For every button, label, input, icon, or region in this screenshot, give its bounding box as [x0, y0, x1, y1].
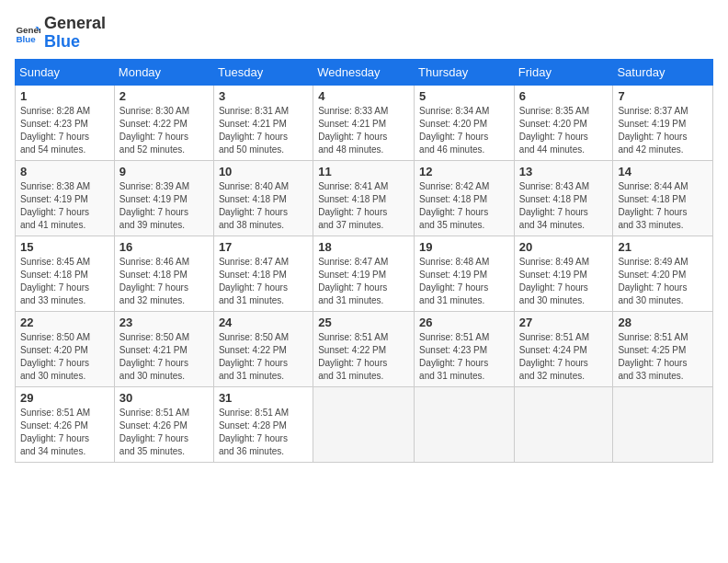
day-info: Sunrise: 8:49 AM Sunset: 4:19 PM Dayligh…	[519, 256, 609, 307]
calendar-cell: 15 Sunrise: 8:45 AM Sunset: 4:18 PM Dayl…	[16, 236, 115, 311]
day-info: Sunrise: 8:50 AM Sunset: 4:20 PM Dayligh…	[20, 331, 109, 383]
calendar-cell: 5 Sunrise: 8:34 AM Sunset: 4:20 PM Dayli…	[415, 85, 515, 160]
day-number: 4	[318, 89, 409, 103]
day-info: Sunrise: 8:47 AM Sunset: 4:19 PM Dayligh…	[318, 256, 409, 307]
page-header: General Blue General Blue	[15, 15, 713, 52]
calendar-cell: 23 Sunrise: 8:50 AM Sunset: 4:21 PM Dayl…	[114, 311, 213, 386]
calendar-cell: 17 Sunrise: 8:47 AM Sunset: 4:18 PM Dayl…	[213, 236, 313, 311]
day-info: Sunrise: 8:30 AM Sunset: 4:22 PM Dayligh…	[119, 105, 209, 156]
calendar-week-5: 29 Sunrise: 8:51 AM Sunset: 4:26 PM Dayl…	[16, 386, 713, 462]
calendar-cell: 8 Sunrise: 8:38 AM Sunset: 4:19 PM Dayli…	[16, 160, 115, 236]
day-info: Sunrise: 8:51 AM Sunset: 4:26 PM Dayligh…	[119, 407, 209, 458]
calendar-cell: 26 Sunrise: 8:51 AM Sunset: 4:23 PM Dayl…	[415, 311, 515, 386]
calendar-cell: 3 Sunrise: 8:31 AM Sunset: 4:21 PM Dayli…	[213, 85, 313, 160]
calendar-cell: 27 Sunrise: 8:51 AM Sunset: 4:24 PM Dayl…	[514, 311, 613, 386]
day-info: Sunrise: 8:45 AM Sunset: 4:18 PM Dayligh…	[20, 256, 109, 307]
day-number: 28	[618, 316, 708, 329]
day-info: Sunrise: 8:35 AM Sunset: 4:20 PM Dayligh…	[519, 105, 609, 156]
calendar-cell: 25 Sunrise: 8:51 AM Sunset: 4:22 PM Dayl…	[313, 311, 415, 386]
day-number: 16	[119, 240, 209, 254]
day-number: 1	[20, 89, 109, 103]
calendar-cell: 10 Sunrise: 8:40 AM Sunset: 4:18 PM Dayl…	[213, 160, 313, 236]
calendar-week-1: 1 Sunrise: 8:28 AM Sunset: 4:23 PM Dayli…	[16, 85, 713, 160]
weekday-header-monday: Monday	[114, 59, 213, 85]
svg-text:Blue: Blue	[16, 34, 36, 44]
day-number: 24	[219, 316, 308, 329]
calendar-week-4: 22 Sunrise: 8:50 AM Sunset: 4:20 PM Dayl…	[16, 311, 713, 386]
day-info: Sunrise: 8:37 AM Sunset: 4:19 PM Dayligh…	[618, 105, 708, 156]
calendar-cell: 11 Sunrise: 8:41 AM Sunset: 4:18 PM Dayl…	[313, 160, 415, 236]
weekday-header-thursday: Thursday	[415, 59, 515, 85]
day-number: 23	[119, 316, 209, 329]
day-info: Sunrise: 8:46 AM Sunset: 4:18 PM Dayligh…	[119, 256, 209, 307]
calendar-cell: 21 Sunrise: 8:49 AM Sunset: 4:20 PM Dayl…	[613, 236, 713, 311]
day-info: Sunrise: 8:51 AM Sunset: 4:26 PM Dayligh…	[20, 407, 109, 458]
calendar-cell: 20 Sunrise: 8:49 AM Sunset: 4:19 PM Dayl…	[514, 236, 613, 311]
calendar-cell: 7 Sunrise: 8:37 AM Sunset: 4:19 PM Dayli…	[613, 85, 713, 160]
day-info: Sunrise: 8:47 AM Sunset: 4:18 PM Dayligh…	[219, 256, 308, 307]
day-number: 10	[219, 165, 308, 178]
calendar-cell	[514, 386, 613, 462]
day-number: 29	[20, 391, 109, 405]
day-info: Sunrise: 8:51 AM Sunset: 4:23 PM Dayligh…	[419, 331, 509, 383]
day-info: Sunrise: 8:50 AM Sunset: 4:21 PM Dayligh…	[119, 331, 209, 383]
calendar-week-3: 15 Sunrise: 8:45 AM Sunset: 4:18 PM Dayl…	[16, 236, 713, 311]
day-number: 9	[119, 165, 209, 178]
calendar-cell: 12 Sunrise: 8:42 AM Sunset: 4:18 PM Dayl…	[415, 160, 515, 236]
day-number: 15	[20, 240, 109, 254]
day-number: 26	[419, 316, 509, 329]
calendar-cell: 14 Sunrise: 8:44 AM Sunset: 4:18 PM Dayl…	[613, 160, 713, 236]
day-info: Sunrise: 8:28 AM Sunset: 4:23 PM Dayligh…	[20, 105, 109, 156]
calendar-cell: 16 Sunrise: 8:46 AM Sunset: 4:18 PM Dayl…	[114, 236, 213, 311]
day-info: Sunrise: 8:41 AM Sunset: 4:18 PM Dayligh…	[318, 180, 409, 232]
weekday-header-friday: Friday	[514, 59, 613, 85]
day-info: Sunrise: 8:44 AM Sunset: 4:18 PM Dayligh…	[618, 180, 708, 232]
calendar-cell: 31 Sunrise: 8:51 AM Sunset: 4:28 PM Dayl…	[213, 386, 313, 462]
day-number: 2	[119, 89, 209, 103]
day-info: Sunrise: 8:38 AM Sunset: 4:19 PM Dayligh…	[20, 180, 109, 232]
day-info: Sunrise: 8:48 AM Sunset: 4:19 PM Dayligh…	[419, 256, 509, 307]
calendar-cell: 9 Sunrise: 8:39 AM Sunset: 4:19 PM Dayli…	[114, 160, 213, 236]
calendar-cell: 28 Sunrise: 8:51 AM Sunset: 4:25 PM Dayl…	[613, 311, 713, 386]
weekday-header-wednesday: Wednesday	[313, 59, 415, 85]
weekday-header-sunday: Sunday	[16, 59, 115, 85]
calendar-table: SundayMondayTuesdayWednesdayThursdayFrid…	[15, 59, 713, 463]
day-number: 22	[20, 316, 109, 329]
day-number: 8	[20, 165, 109, 178]
day-number: 31	[219, 391, 308, 405]
calendar-cell: 2 Sunrise: 8:30 AM Sunset: 4:22 PM Dayli…	[114, 85, 213, 160]
day-number: 7	[618, 89, 708, 103]
day-info: Sunrise: 8:51 AM Sunset: 4:24 PM Dayligh…	[519, 331, 609, 383]
day-number: 21	[618, 240, 708, 254]
day-number: 17	[219, 240, 308, 254]
day-info: Sunrise: 8:42 AM Sunset: 4:18 PM Dayligh…	[419, 180, 509, 232]
day-number: 18	[318, 240, 409, 254]
day-number: 30	[119, 391, 209, 405]
weekday-header-tuesday: Tuesday	[213, 59, 313, 85]
day-number: 19	[419, 240, 509, 254]
calendar-cell	[313, 386, 415, 462]
day-info: Sunrise: 8:43 AM Sunset: 4:18 PM Dayligh…	[519, 180, 609, 232]
day-number: 12	[419, 165, 509, 178]
logo: General Blue General Blue	[15, 15, 106, 52]
day-number: 20	[519, 240, 609, 254]
calendar-cell: 4 Sunrise: 8:33 AM Sunset: 4:21 PM Dayli…	[313, 85, 415, 160]
calendar-cell: 6 Sunrise: 8:35 AM Sunset: 4:20 PM Dayli…	[514, 85, 613, 160]
calendar-cell: 29 Sunrise: 8:51 AM Sunset: 4:26 PM Dayl…	[16, 386, 115, 462]
day-number: 25	[318, 316, 409, 329]
calendar-cell: 30 Sunrise: 8:51 AM Sunset: 4:26 PM Dayl…	[114, 386, 213, 462]
day-number: 5	[419, 89, 509, 103]
calendar-cell	[613, 386, 713, 462]
logo-text: General Blue	[44, 15, 106, 52]
day-number: 11	[318, 165, 409, 178]
calendar-cell: 22 Sunrise: 8:50 AM Sunset: 4:20 PM Dayl…	[16, 311, 115, 386]
day-number: 6	[519, 89, 609, 103]
calendar-cell: 13 Sunrise: 8:43 AM Sunset: 4:18 PM Dayl…	[514, 160, 613, 236]
day-info: Sunrise: 8:51 AM Sunset: 4:28 PM Dayligh…	[219, 407, 308, 458]
day-info: Sunrise: 8:33 AM Sunset: 4:21 PM Dayligh…	[318, 105, 409, 156]
weekday-header-row: SundayMondayTuesdayWednesdayThursdayFrid…	[16, 59, 713, 85]
day-info: Sunrise: 8:39 AM Sunset: 4:19 PM Dayligh…	[119, 180, 209, 232]
day-number: 13	[519, 165, 609, 178]
day-info: Sunrise: 8:49 AM Sunset: 4:20 PM Dayligh…	[618, 256, 708, 307]
logo-icon: General Blue	[15, 20, 40, 46]
